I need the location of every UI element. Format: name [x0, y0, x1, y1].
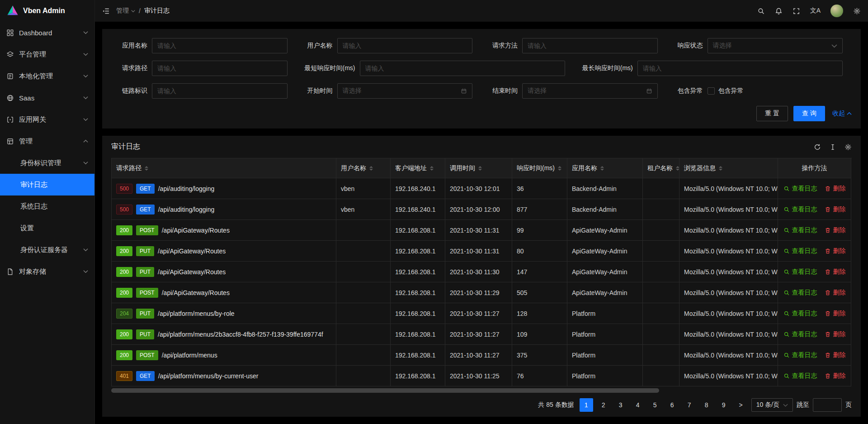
next-page-button[interactable]: > [734, 398, 748, 412]
menu-fold-icon[interactable] [102, 7, 110, 15]
sort-icon[interactable] [430, 166, 434, 171]
query-button[interactable]: 查 询 [793, 106, 825, 121]
include-exception-checkbox[interactable] [708, 87, 715, 95]
delete-button[interactable]: 删除 [825, 247, 846, 255]
sidebar-item-manage[interactable]: 管理 [0, 130, 94, 152]
refresh-icon[interactable] [814, 143, 821, 151]
sort-icon[interactable] [145, 166, 148, 171]
page-button[interactable]: 7 [683, 398, 696, 412]
view-log-button[interactable]: 查看日志 [783, 372, 817, 380]
column-header[interactable]: 用户名称 [336, 158, 391, 178]
view-log-button[interactable]: 查看日志 [783, 351, 817, 359]
column-header[interactable]: 响应时间(ms) [512, 158, 567, 178]
sidebar-item-localization[interactable]: 本地化管理 [0, 65, 94, 87]
page-button[interactable]: 2 [597, 398, 610, 412]
platform-icon [6, 51, 14, 58]
sidebar-item-dashboard[interactable]: Dashboard [0, 22, 94, 43]
search-icon[interactable] [757, 7, 765, 15]
view-log-button[interactable]: 查看日志 [783, 310, 817, 318]
trace-id-input[interactable] [152, 83, 288, 99]
sidebar-item-auth-server[interactable]: 身份认证服务器 [0, 239, 94, 261]
end-time-picker[interactable]: 请选择 [522, 83, 658, 99]
view-log-button[interactable]: 查看日志 [783, 289, 817, 297]
delete-button[interactable]: 删除 [825, 226, 846, 234]
app-name-input[interactable] [152, 38, 288, 53]
sidebar-item-identity-management[interactable]: 身份标识管理 [0, 152, 94, 174]
column-header[interactable]: 请求路径 [112, 158, 336, 178]
sidebar-item-platform[interactable]: 平台管理 [0, 43, 94, 65]
collapse-link[interactable]: 收起 [832, 110, 852, 118]
sidebar-item-object-storage[interactable]: 对象存储 [0, 261, 94, 282]
sort-icon[interactable] [558, 166, 561, 171]
column-header[interactable]: 调用时间 [445, 158, 512, 178]
column-settings-icon[interactable] [844, 143, 852, 151]
field-label: 包含异常 [667, 87, 708, 95]
sort-icon[interactable] [719, 166, 722, 171]
column-label: 客户端地址 [395, 164, 427, 172]
request-path: /api/platform/menus/2b3accf8-4fb8-f257-f… [158, 331, 323, 338]
sidebar-item-audit-log[interactable]: 审计日志 [0, 174, 94, 195]
fullscreen-icon[interactable] [793, 7, 800, 15]
reset-button[interactable]: 重 置 [756, 106, 788, 121]
view-log-button[interactable]: 查看日志 [783, 330, 817, 338]
view-log-button[interactable]: 查看日志 [783, 247, 817, 255]
browser-info-cell: Mozilla/5.0 (Windows NT 10.0; Win [679, 199, 778, 220]
sort-icon[interactable] [478, 166, 482, 171]
response-status-select[interactable]: 请选择 [708, 38, 843, 53]
jump-page-input[interactable] [813, 398, 842, 412]
view-log-button[interactable]: 查看日志 [783, 226, 817, 234]
page-button[interactable]: 4 [631, 398, 645, 412]
field-label: 结束时间 [481, 87, 522, 95]
view-log-button[interactable]: 查看日志 [783, 205, 817, 214]
request-path-input[interactable] [152, 61, 288, 76]
row-height-icon[interactable] [829, 143, 836, 151]
page-button[interactable]: 9 [717, 398, 731, 412]
request-method-input[interactable] [522, 38, 658, 53]
method-badge: PUT [136, 246, 154, 256]
sort-icon[interactable] [369, 166, 373, 171]
sidebar-item-system-log[interactable]: 系统日志 [0, 195, 94, 217]
delete-button[interactable]: 删除 [825, 205, 846, 214]
delete-button[interactable]: 删除 [825, 268, 846, 276]
view-log-button[interactable]: 查看日志 [783, 268, 817, 276]
client-address-cell: 192.168.208.1 [391, 241, 445, 262]
app-name-cell: ApiGateWay-Admin [567, 241, 643, 262]
page-button[interactable]: 1 [580, 398, 593, 412]
delete-button[interactable]: 删除 [825, 310, 846, 318]
sidebar-item-settings[interactable]: 设置 [0, 217, 94, 239]
column-header[interactable]: 客户端地址 [391, 158, 445, 178]
column-header[interactable]: 浏览器信息 [679, 158, 778, 178]
delete-button[interactable]: 删除 [825, 185, 846, 193]
delete-button[interactable]: 删除 [825, 289, 846, 297]
bell-icon[interactable] [775, 7, 783, 15]
user-name-cell [336, 303, 391, 324]
page-button[interactable]: 5 [648, 398, 662, 412]
page-button[interactable]: 3 [614, 398, 627, 412]
page-button[interactable]: 8 [700, 398, 713, 412]
max-response-time-input[interactable] [637, 61, 843, 76]
chevron-down-icon [83, 31, 88, 34]
translate-icon[interactable]: 文A [810, 7, 821, 15]
user-name-input[interactable] [337, 38, 473, 53]
actions-cell: 查看日志删除 [778, 241, 851, 262]
sidebar-item-gateway[interactable]: 应用网关 [0, 109, 94, 130]
delete-button[interactable]: 删除 [825, 351, 846, 359]
logo[interactable]: Vben Admin [0, 0, 94, 22]
sort-icon[interactable] [600, 166, 604, 171]
breadcrumb-menu[interactable]: 管理 [116, 7, 135, 15]
column-header[interactable]: 租户名称 [643, 158, 679, 178]
delete-button[interactable]: 删除 [825, 330, 846, 338]
min-response-time-input[interactable] [360, 61, 565, 76]
view-log-button[interactable]: 查看日志 [783, 185, 817, 193]
start-time-picker[interactable]: 请选择 [337, 83, 473, 99]
column-header[interactable]: 应用名称 [567, 158, 643, 178]
tenant-name-cell [643, 303, 679, 324]
page-size-select[interactable]: 10 条/页 [751, 398, 793, 412]
delete-button[interactable]: 删除 [825, 372, 846, 380]
page-button[interactable]: 6 [665, 398, 679, 412]
avatar[interactable] [830, 5, 843, 17]
sort-icon[interactable] [676, 166, 679, 171]
scrollbar-thumb[interactable] [111, 388, 659, 393]
sidebar-item-saas[interactable]: Saas [0, 87, 94, 109]
gear-icon[interactable] [853, 7, 861, 15]
